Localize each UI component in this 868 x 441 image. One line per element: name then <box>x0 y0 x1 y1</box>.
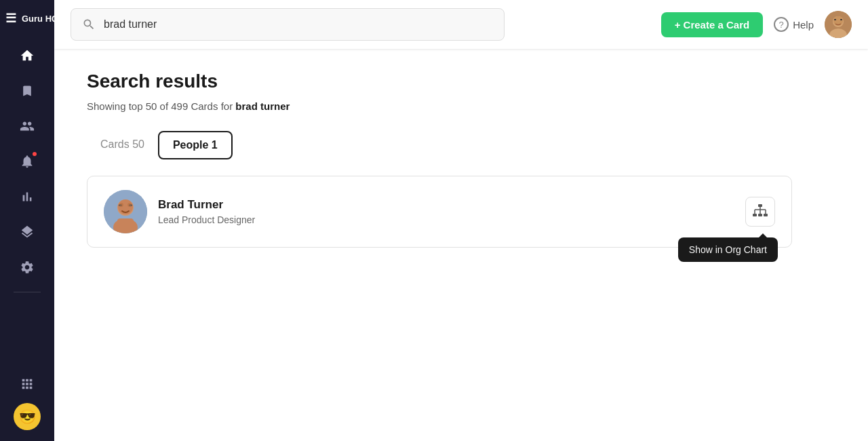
svg-rect-4 <box>834 19 836 20</box>
person-avatar <box>104 190 147 233</box>
person-info: Brad Turner Lead Product Designer <box>158 198 734 225</box>
org-chart-button[interactable] <box>745 197 775 227</box>
sidebar-item-settings[interactable] <box>11 251 43 284</box>
org-chart-tooltip: Show in Org Chart <box>678 237 778 262</box>
help-icon: ? <box>774 17 789 32</box>
bookmark-icon <box>20 84 34 98</box>
person-card[interactable]: Brad Turner Lead Product Designer <box>87 176 792 248</box>
hamburger-icon[interactable]: ☰ <box>5 11 16 26</box>
svg-rect-17 <box>758 214 762 216</box>
sidebar-item-collections[interactable] <box>11 216 43 248</box>
search-box <box>71 8 505 41</box>
subtitle-prefix: Showing top 50 of 499 Cards for <box>87 100 235 112</box>
sidebar-item-home[interactable] <box>11 39 43 72</box>
page-title: Search results <box>87 71 835 92</box>
svg-rect-5 <box>840 19 842 20</box>
tab-cards[interactable]: Cards 50 <box>87 131 158 159</box>
content-area: Search results Showing top 50 of 499 Car… <box>54 49 868 441</box>
org-chart-icon <box>752 204 768 220</box>
user-avatar-image <box>825 11 852 38</box>
topbar: + Create a Card ? Help <box>54 0 868 49</box>
settings-icon <box>20 260 35 275</box>
help-label: Help <box>793 19 814 31</box>
topbar-right: + Create a Card ? Help <box>661 11 852 38</box>
search-subtitle: Showing top 50 of 499 Cards for brad tur… <box>87 100 835 112</box>
tabs: Cards 50 People 1 <box>87 131 835 159</box>
sidebar-divider <box>14 292 41 292</box>
sidebar: ☰ Guru HQ <box>0 0 54 441</box>
sidebar-item-people[interactable] <box>11 110 43 142</box>
brand-name: Guru HQ <box>22 14 58 24</box>
svg-point-13 <box>119 203 123 207</box>
apps-icon <box>20 377 35 391</box>
svg-rect-15 <box>758 204 762 207</box>
person-job-title: Lead Product Designer <box>158 214 734 225</box>
search-icon <box>82 18 96 31</box>
search-query: brad turner <box>235 100 290 112</box>
user-emoji-avatar[interactable]: 😎 <box>14 403 41 430</box>
svg-rect-18 <box>764 214 768 216</box>
sidebar-item-notifications[interactable] <box>11 145 43 178</box>
search-input[interactable] <box>104 18 493 31</box>
svg-point-14 <box>127 203 132 207</box>
user-avatar[interactable] <box>825 11 852 38</box>
svg-rect-12 <box>117 218 134 228</box>
analytics-icon <box>20 189 35 204</box>
sidebar-item-apps[interactable] <box>11 368 43 400</box>
svg-rect-16 <box>753 214 757 216</box>
sidebar-logo: ☰ Guru HQ <box>0 11 54 26</box>
create-card-button[interactable]: + Create a Card <box>661 12 763 37</box>
org-chart-button-container: Show in Org Chart <box>745 197 775 227</box>
main-wrapper: + Create a Card ? Help <box>54 0 868 441</box>
sidebar-item-bookmarks[interactable] <box>11 75 43 107</box>
notification-badge <box>31 151 38 157</box>
people-icon <box>20 119 35 134</box>
layers-icon <box>20 225 35 239</box>
person-name: Brad Turner <box>158 198 734 212</box>
sidebar-bottom: 😎 <box>11 368 43 430</box>
home-icon <box>20 48 35 63</box>
sidebar-item-analytics[interactable] <box>11 180 43 213</box>
help-button[interactable]: ? Help <box>774 17 814 32</box>
tab-people[interactable]: People 1 <box>158 131 233 159</box>
